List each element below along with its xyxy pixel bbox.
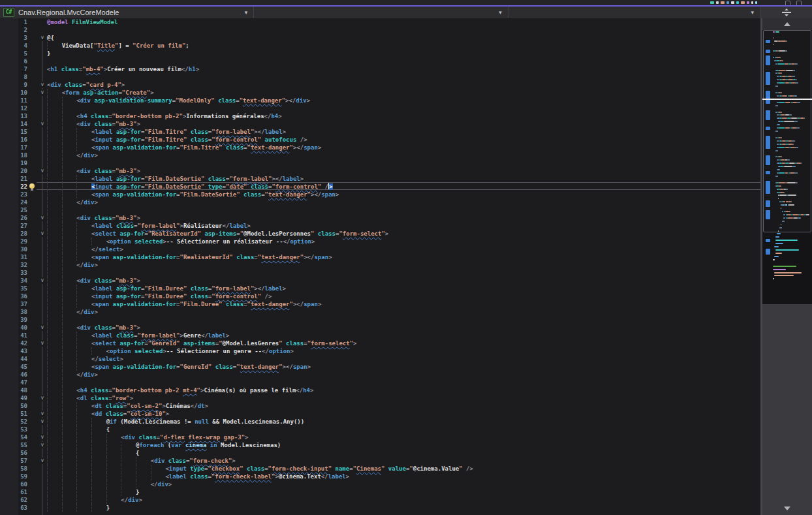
quick-actions-lightbulb-icon[interactable] [29,183,35,189]
line-number[interactable]: 59 [0,473,27,480]
scroll-down-arrow-icon[interactable] [784,507,790,510]
line-number[interactable]: 41 [0,332,27,339]
line-number[interactable]: 60 [0,480,27,488]
code-line[interactable]: 54∨<div class="d-flex flex-wrap gap-3"> [0,433,760,441]
line-number[interactable]: 39 [0,316,27,324]
line-number[interactable]: 14 [0,120,27,128]
line-number[interactable]: 49 [0,394,27,402]
fold-chevron-icon[interactable]: ∨ [39,395,46,401]
code-line[interactable]: 29<option selected>-- Sélectionner un ré… [0,238,760,245]
code-line[interactable]: 5} [0,50,760,57]
fold-chevron-icon[interactable]: ∨ [39,411,46,417]
squiggle-mark[interactable] [766,136,770,149]
line-number[interactable]: 38 [0,308,27,316]
line-number[interactable]: 7 [0,65,27,73]
line-number[interactable]: 32 [0,261,27,269]
code-line[interactable]: 34∨<div class="mb-3"> [0,277,760,285]
line-number[interactable]: 13 [0,112,27,120]
code-line[interactable]: 16<input asp-for="Film.Titre" class="for… [0,136,760,144]
code-line[interactable]: 33 [0,269,760,277]
fold-chevron-icon[interactable]: ∨ [39,277,46,284]
code-line[interactable]: 9∨<div class="card p-4"> [0,81,760,89]
line-number[interactable]: 23 [0,191,27,198]
line-number[interactable]: 30 [0,245,27,253]
line-number[interactable]: 58 [0,465,27,473]
line-number[interactable]: 51 [0,410,27,418]
line-number[interactable]: 40 [0,324,27,332]
squiggle-mark[interactable] [766,55,770,65]
code-line[interactable]: 15<label asp-for="Film.Titre" class="for… [0,128,760,136]
project-dropdown[interactable]: C# Cnav.Regional.MvcCoreModele ▾ [0,7,254,18]
line-number[interactable]: 44 [0,355,27,363]
squiggle-mark[interactable] [766,50,770,53]
code-line[interactable]: 61} [0,488,760,496]
line-number[interactable]: 11 [0,97,27,104]
line-number[interactable]: 35 [0,285,27,292]
line-number[interactable]: 16 [0,136,27,144]
fold-chevron-icon[interactable]: ∨ [39,418,46,425]
code-line[interactable]: 36<input asp-for="Film.Duree" class="for… [0,292,760,300]
type-dropdown[interactable]: ▾ [254,7,508,18]
line-number[interactable]: 34 [0,277,27,285]
code-line[interactable]: 19 [0,159,760,167]
code-line[interactable]: 17<span asp-validation-for="Film.Titre" … [0,144,760,151]
squiggle-mark[interactable] [766,181,770,194]
line-number[interactable]: 12 [0,104,27,112]
fold-chevron-icon[interactable]: ∨ [39,82,46,88]
squiggle-mark[interactable] [766,210,770,220]
line-number[interactable]: 57 [0,457,27,465]
code-line[interactable]: 18</div> [0,151,760,159]
code-line[interactable]: 40∨<div class="mb-3"> [0,324,760,332]
line-number[interactable]: 37 [0,300,27,308]
code-line[interactable]: 4ViewData["Title"] = "Créer un film"; [0,42,760,50]
line-number[interactable]: 4 [0,42,27,50]
line-number[interactable]: 36 [0,292,27,300]
code-line[interactable]: 43<option selected>-- Sélectionner un ge… [0,347,760,355]
line-number[interactable]: 20 [0,167,27,175]
code-line[interactable]: 45<span asp-validation-for="GenreId" cla… [0,363,760,371]
line-number[interactable]: 55 [0,441,27,449]
code-line[interactable]: 50<dt class="col-sm-2">Cinémas</dt> [0,402,760,410]
line-number[interactable]: 56 [0,449,27,457]
line-number[interactable]: 28 [0,230,27,238]
line-number[interactable]: 63 [0,504,27,512]
line-number[interactable]: 54 [0,433,27,441]
code-line[interactable]: 48<h4 class="border-bottom pb-2 mt-4">Ci… [0,386,760,394]
code-line[interactable]: 42∨<select asp-for="GenreId" asp-items="… [0,339,760,347]
code-line[interactable]: 20∨<div class="mb-3"> [0,167,760,175]
code-line[interactable]: 25 [0,206,760,214]
line-number[interactable]: 26 [0,214,27,222]
split-window-button[interactable] [760,7,812,18]
line-number[interactable]: 2 [0,26,27,34]
code-line[interactable]: 22<input asp-for="Film.DateSortie" type=… [0,183,760,191]
line-number[interactable]: 22 [0,183,27,191]
line-number[interactable]: 10 [0,89,27,97]
fold-chevron-icon[interactable]: ∨ [39,121,46,127]
line-number[interactable]: 61 [0,488,27,496]
code-line[interactable]: 46</div> [0,371,760,379]
line-number[interactable]: 3 [0,34,27,42]
line-number[interactable]: 18 [0,151,27,159]
line-number[interactable]: 29 [0,238,27,245]
code-line[interactable]: 26∨<div class="mb-3"> [0,214,760,222]
code-line[interactable]: 55∨@foreach (var cinema in Model.Lescine… [0,441,760,449]
code-line[interactable]: 12 [0,104,760,112]
squiggle-mark[interactable] [766,249,770,255]
line-number[interactable]: 43 [0,347,27,355]
code-line[interactable]: 39 [0,316,760,324]
line-number[interactable]: 17 [0,144,27,151]
code-line[interactable]: 27<label class="form-label">Réalisateur<… [0,222,760,230]
line-number[interactable]: 15 [0,128,27,136]
squiggle-mark[interactable] [766,239,770,242]
code-line[interactable]: 49∨<dl class="row"> [0,394,760,402]
code-line[interactable]: 3∨@{ [0,34,760,42]
line-number[interactable]: 9 [0,81,27,89]
code-line[interactable]: 32</div> [0,261,760,269]
code-line[interactable]: 11<div asp-validation-summary="ModelOnly… [0,97,760,104]
line-number[interactable]: 27 [0,222,27,230]
line-number[interactable]: 42 [0,339,27,347]
line-number[interactable]: 52 [0,418,27,426]
code-line[interactable]: 52∨@if (Model.Lescinemas != null && Mode… [0,418,760,426]
line-number[interactable]: 25 [0,206,27,214]
minimap-document[interactable] [762,30,812,304]
